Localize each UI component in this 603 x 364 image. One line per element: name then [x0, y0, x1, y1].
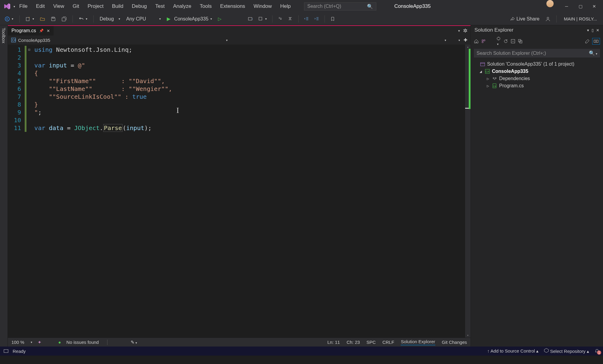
refresh-icon[interactable]: [503, 39, 508, 44]
user-avatar[interactable]: [546, 0, 554, 7]
undo-button[interactable]: ▾: [77, 15, 89, 23]
csharp-project-icon: C#: [11, 37, 16, 43]
zoom-dropdown[interactable]: ▾: [31, 341, 32, 344]
nav-project-label: ConsoleApp335: [18, 38, 50, 43]
tab-label: Program.cs: [11, 28, 36, 33]
cursor-char[interactable]: Ch: 23: [347, 340, 360, 345]
panel-tab-git-changes[interactable]: Git Changes: [442, 340, 467, 345]
home-icon[interactable]: [474, 39, 479, 44]
issues-label[interactable]: No issues found: [67, 340, 99, 345]
menu-view[interactable]: View: [49, 2, 69, 11]
save-button[interactable]: [49, 15, 58, 23]
tab-settings-icon[interactable]: ✲: [463, 27, 468, 34]
preview-icon[interactable]: [592, 38, 600, 45]
expander-icon[interactable]: ▷: [486, 84, 490, 88]
expander-icon[interactable]: ◢: [479, 70, 483, 73]
status-ready: Ready: [13, 349, 26, 354]
panel-tab-solution-explorer[interactable]: Solution Explorer: [401, 339, 435, 345]
panel-pin-icon[interactable]: ▯: [592, 28, 594, 33]
svg-point-0: [5, 17, 9, 21]
account-icon[interactable]: [544, 15, 552, 23]
solution-explorer-search[interactable]: Search Solution Explorer (Ctrl+;) 🔍▾: [474, 49, 600, 58]
show-all-icon[interactable]: [518, 39, 523, 44]
line-ending[interactable]: CRLF: [382, 340, 394, 345]
sync-icon[interactable]: ▾: [496, 36, 501, 46]
tree-project-node[interactable]: ◢ C# ConsoleApp335: [474, 68, 600, 75]
solution-explorer-title: Solution Explorer: [474, 27, 513, 33]
live-share-button[interactable]: Live Share: [508, 15, 541, 23]
minimize-button[interactable]: ─: [560, 0, 573, 13]
tree-file-node[interactable]: ▷ C# Program.cs: [474, 82, 600, 89]
nav-back-button[interactable]: ▾: [3, 15, 15, 23]
new-item-button[interactable]: ▾: [24, 15, 36, 23]
code-text[interactable]: using Newtonsoft.Json.Linq; var input = …: [32, 45, 465, 338]
maximize-button[interactable]: ▢: [573, 0, 587, 13]
code-editor[interactable]: 1234567891011 ⊟ using Newtonsoft.Json.Li…: [8, 45, 471, 338]
switch-view-icon[interactable]: [481, 39, 486, 44]
notification-badge: 1: [597, 350, 601, 355]
config-dropdown[interactable]: Debug▾: [98, 15, 122, 23]
svg-point-13: [595, 41, 597, 42]
menu-analyze[interactable]: Analyze: [169, 2, 195, 11]
toolbox-tab[interactable]: Toolbox: [0, 25, 8, 347]
menu-window[interactable]: Window: [249, 2, 276, 11]
dependencies-label: Dependencies: [499, 76, 530, 81]
step-over-icon[interactable]: [286, 15, 295, 23]
cursor-line[interactable]: Ln: 11: [327, 340, 340, 345]
indent-less-icon[interactable]: [302, 15, 311, 23]
menu-debug[interactable]: Debug: [128, 2, 151, 11]
tree-dependencies-node[interactable]: ▷ Dependencies: [474, 75, 600, 82]
tb-icon-1[interactable]: [246, 15, 255, 23]
tree-solution-node[interactable]: Solution 'ConsoleApp335' (1 of 1 project…: [474, 61, 600, 68]
menu-tools[interactable]: Tools: [196, 2, 216, 11]
nav-member-combo[interactable]: ▾: [448, 39, 460, 42]
svg-rect-4: [259, 17, 262, 20]
menu-build[interactable]: Build: [108, 2, 128, 11]
close-tab-icon[interactable]: ✕: [47, 29, 50, 33]
zoom-level[interactable]: 100 %: [11, 340, 24, 345]
nav-type-combo[interactable]: ▾: [229, 39, 446, 42]
select-repository[interactable]: Select Repository ▴: [544, 348, 589, 354]
vs-logo: [3, 2, 11, 11]
fold-column[interactable]: ⊟: [26, 45, 32, 338]
open-button[interactable]: [38, 15, 47, 23]
brush-icon[interactable]: ✎▾: [131, 340, 137, 345]
lightbulb-icon[interactable]: ✦: [38, 340, 42, 345]
branch-info[interactable]: MAIN | ROSLY...: [561, 15, 600, 23]
output-icon[interactable]: [4, 349, 8, 353]
menu-edit[interactable]: Edit: [32, 2, 49, 11]
menu-git[interactable]: Git: [68, 2, 83, 11]
overview-ruler[interactable]: ▴ ▾: [465, 45, 471, 338]
pin-icon[interactable]: 📌: [39, 29, 44, 33]
platform-dropdown[interactable]: Any CPU▾: [124, 15, 163, 23]
se-search-placeholder: Search Solution Explorer (Ctrl+;): [477, 51, 546, 56]
bookmark-icon[interactable]: [328, 15, 337, 23]
collapse-icon[interactable]: [511, 39, 515, 44]
nav-project-combo[interactable]: C# ConsoleApp335 ▾: [11, 37, 228, 43]
global-search[interactable]: Search (Ctrl+Q) 🔍: [304, 2, 376, 11]
main-area: Toolbox Program.cs 📌 ✕ ▾ ✲ C# ConsoleApp…: [0, 25, 603, 347]
file-tab-program[interactable]: Program.cs 📌 ✕: [8, 25, 54, 36]
indent-more-icon[interactable]: [312, 15, 321, 23]
start-no-debug-button[interactable]: ▷: [216, 15, 223, 23]
menu-help[interactable]: Help: [276, 2, 295, 11]
step-into-icon[interactable]: [276, 15, 284, 23]
save-all-button[interactable]: [60, 15, 68, 23]
add-source-control[interactable]: ↑ Add to Source Control ▴: [487, 348, 539, 354]
expander-icon[interactable]: ▷: [486, 77, 490, 80]
panel-dropdown-icon[interactable]: ▾: [587, 28, 589, 33]
start-debug-button[interactable]: ▶ ConsoleApp335▾: [165, 15, 214, 23]
tb-icon-2[interactable]: ▾: [256, 15, 269, 23]
indent-mode[interactable]: SPC: [366, 340, 376, 345]
notifications-icon[interactable]: 1: [595, 349, 599, 353]
menu-file[interactable]: File: [15, 2, 32, 11]
menu-project[interactable]: Project: [83, 2, 108, 11]
close-button[interactable]: ✕: [587, 0, 601, 13]
split-icon[interactable]: ✚: [464, 37, 468, 43]
tab-overflow-icon[interactable]: ▾: [458, 29, 460, 33]
menu-extensions[interactable]: Extensions: [216, 2, 249, 11]
menu-test[interactable]: Test: [151, 2, 169, 11]
panel-close-icon[interactable]: ✕: [596, 28, 599, 33]
properties-icon[interactable]: [585, 39, 590, 44]
main-menu: File Edit View Git Project Build Debug T…: [15, 2, 295, 11]
